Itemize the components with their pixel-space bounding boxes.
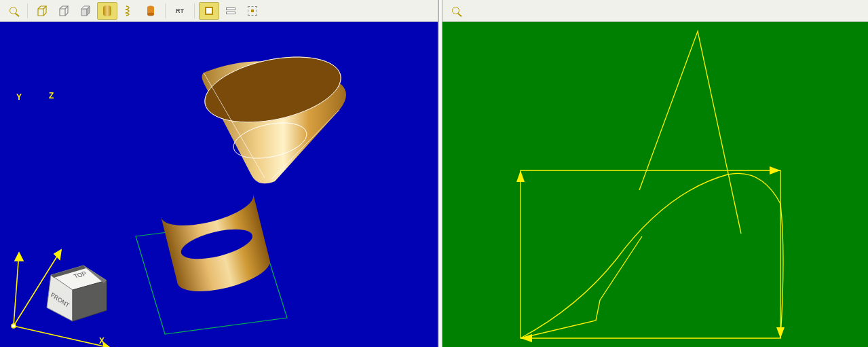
bars-button[interactable] <box>221 2 241 20</box>
orientation-cube-svg <box>31 248 112 329</box>
separator <box>194 3 195 18</box>
orange-cylinder-button[interactable] <box>140 2 161 20</box>
axis-z-label: Z <box>49 91 54 101</box>
svg-marker-20 <box>770 166 780 175</box>
svg-point-2 <box>147 12 154 16</box>
zoom-icon <box>452 7 459 14</box>
rt-label: RT <box>176 7 184 14</box>
focus-icon <box>248 6 257 16</box>
svg-marker-15 <box>15 253 23 261</box>
shaded-cylinder-icon <box>103 5 111 16</box>
axis-y-label: Y <box>16 92 22 102</box>
separator <box>165 3 166 18</box>
scene-3d[interactable]: X Y Z TOP FRONT <box>0 22 438 347</box>
frame-icon <box>205 7 213 15</box>
bars-icon <box>226 7 235 14</box>
axis-x-label: X <box>99 336 105 346</box>
wire-cube-button[interactable] <box>32 2 52 20</box>
sketch-2d[interactable] <box>442 22 868 347</box>
focus-button[interactable] <box>242 2 263 20</box>
orientation-cube[interactable]: TOP FRONT <box>31 248 112 329</box>
hidden-line-button[interactable] <box>54 2 74 20</box>
zoom-button[interactable] <box>445 2 466 20</box>
frame-button[interactable] <box>199 2 219 20</box>
hidden-line-icon <box>58 5 70 17</box>
zoom-icon <box>10 7 17 14</box>
separator <box>27 3 28 18</box>
shaded-cube-icon <box>79 5 92 17</box>
viewport-3d: RT <box>0 0 438 347</box>
rt-button[interactable]: RT <box>170 2 190 20</box>
spiral-icon <box>124 5 134 17</box>
svg-point-18 <box>12 324 16 328</box>
wire-cube-icon <box>36 5 48 17</box>
svg-marker-21 <box>776 327 785 338</box>
toolbar-left: RT <box>0 0 438 22</box>
sketch-svg <box>442 22 868 347</box>
toolbar-right <box>442 0 868 22</box>
zoom-button[interactable] <box>3 2 23 20</box>
cylinder-mesh <box>157 179 274 299</box>
spiral-button[interactable] <box>119 2 139 20</box>
shaded-cube-button[interactable] <box>75 2 96 20</box>
viewport-2d <box>442 0 868 347</box>
svg-line-14 <box>14 253 19 326</box>
orange-cylinder-icon <box>146 5 155 17</box>
shaded-cylinder-button[interactable] <box>97 2 117 20</box>
svg-marker-19 <box>516 170 525 182</box>
